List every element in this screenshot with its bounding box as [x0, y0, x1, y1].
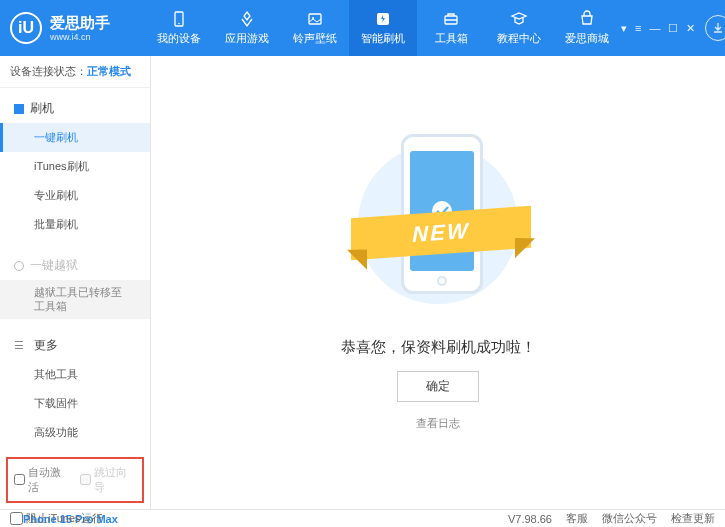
close-button[interactable]: ✕	[686, 22, 695, 35]
sidebar-item-other-tools[interactable]: 其他工具	[0, 360, 150, 389]
app-url: www.i4.cn	[50, 32, 110, 43]
download-button[interactable]	[705, 15, 725, 41]
svg-rect-2	[309, 14, 321, 24]
sidebar-item-itunes-flash[interactable]: iTunes刷机	[0, 152, 150, 181]
checkbox-skip-guide[interactable]: 跳过向导	[80, 465, 136, 495]
device-icon	[170, 10, 188, 28]
nav-apps[interactable]: 应用游戏	[213, 0, 281, 56]
apps-icon	[238, 10, 256, 28]
sidebar-section-more[interactable]: ☰ 更多	[0, 331, 150, 360]
sidebar-item-download-firmware[interactable]: 下载固件	[0, 389, 150, 418]
version-label: V7.98.66	[508, 513, 552, 525]
app-logo: iU 爱思助手 www.i4.cn	[10, 12, 145, 44]
logo-icon: iU	[10, 12, 42, 44]
shop-icon	[578, 10, 596, 28]
nav-toolbox[interactable]: 工具箱	[417, 0, 485, 56]
sidebar-item-batch-flash[interactable]: 批量刷机	[0, 210, 150, 239]
success-illustration: NEW	[363, 134, 513, 324]
checkbox-icon	[14, 104, 24, 114]
lock-icon	[14, 261, 24, 271]
top-nav: 我的设备 应用游戏 铃声壁纸 智能刷机 工具箱 教程中心 爱思商城	[145, 0, 621, 56]
menu-icon[interactable]: ≡	[635, 22, 641, 35]
footer-link-support[interactable]: 客服	[566, 511, 588, 526]
sidebar-item-advanced[interactable]: 高级功能	[0, 418, 150, 447]
minimize-button[interactable]: —	[649, 22, 660, 35]
nav-flash[interactable]: 智能刷机	[349, 0, 417, 56]
ok-button[interactable]: 确定	[397, 371, 479, 402]
sidebar-options: 自动激活 跳过向导	[6, 457, 144, 503]
checkbox-auto-activate[interactable]: 自动激活	[14, 465, 70, 495]
footer-link-wechat[interactable]: 微信公众号	[602, 511, 657, 526]
titlebar: iU 爱思助手 www.i4.cn 我的设备 应用游戏 铃声壁纸 智能刷机 工具…	[0, 0, 725, 56]
sidebar-jailbreak-note: 越狱工具已转移至 工具箱	[0, 280, 150, 319]
cart-icon[interactable]: ▾	[621, 22, 627, 35]
media-icon	[306, 10, 324, 28]
nav-shop[interactable]: 爱思商城	[553, 0, 621, 56]
sidebar-item-pro-flash[interactable]: 专业刷机	[0, 181, 150, 210]
toolbox-icon	[442, 10, 460, 28]
device-status: 设备连接状态：正常模式	[0, 56, 150, 88]
main-content: NEW 恭喜您，保资料刷机成功啦！ 确定 查看日志	[151, 56, 725, 509]
checkbox-block-itunes[interactable]: 阻止iTunes运行	[10, 511, 103, 526]
view-log-link[interactable]: 查看日志	[416, 416, 460, 431]
footer-link-update[interactable]: 检查更新	[671, 511, 715, 526]
maximize-button[interactable]: ☐	[668, 22, 678, 35]
svg-point-1	[178, 23, 180, 25]
sidebar-section-flash[interactable]: 刷机	[0, 94, 150, 123]
app-title: 爱思助手	[50, 14, 110, 32]
nav-media[interactable]: 铃声壁纸	[281, 0, 349, 56]
hamburger-icon: ☰	[14, 339, 24, 352]
success-message: 恭喜您，保资料刷机成功啦！	[341, 338, 536, 357]
flash-icon	[374, 10, 392, 28]
nav-my-device[interactable]: 我的设备	[145, 0, 213, 56]
sidebar: 设备连接状态：正常模式 刷机 一键刷机 iTunes刷机 专业刷机 批量刷机 一…	[0, 56, 151, 509]
nav-tutorial[interactable]: 教程中心	[485, 0, 553, 56]
window-controls: ▾ ≡ — ☐ ✕	[621, 22, 695, 35]
tutorial-icon	[510, 10, 528, 28]
sidebar-section-jailbreak[interactable]: 一键越狱	[0, 251, 150, 280]
sidebar-item-oneclick-flash[interactable]: 一键刷机	[0, 123, 150, 152]
